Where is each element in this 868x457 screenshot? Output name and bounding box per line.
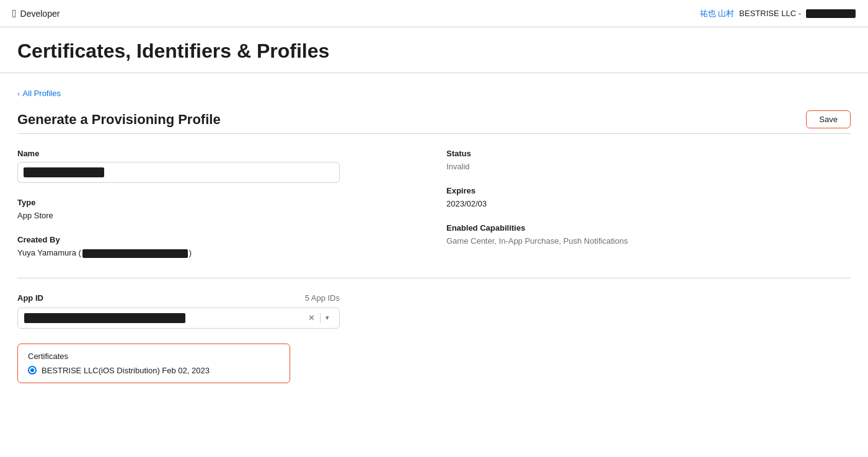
status-value: Invalid xyxy=(446,162,851,171)
radio-dot xyxy=(30,368,34,372)
app-id-select-controls: ✕ ▾ xyxy=(304,313,333,323)
chevron-left-icon: ‹ xyxy=(17,90,20,97)
capabilities-field-group: Enabled Capabilities Game Center, In-App… xyxy=(446,223,851,246)
expires-value: 2023/02/03 xyxy=(446,199,851,208)
status-label: Status xyxy=(446,149,851,158)
developer-label: Developer xyxy=(20,9,60,19)
user-name[interactable]: 祐也 山村 xyxy=(700,8,735,19)
select-divider xyxy=(320,313,321,323)
app-id-dropdown-button[interactable]: ▾ xyxy=(322,314,333,322)
created-by-field-group: Created By Yuya Yamamura () xyxy=(17,235,409,258)
breadcrumb: ‹ All Profiles xyxy=(17,88,851,98)
created-by-value: Yuya Yamamura () xyxy=(17,248,409,258)
main-content: ‹ All Profiles Generate a Provisioning P… xyxy=(0,73,868,398)
app-id-select[interactable]: ✕ ▾ xyxy=(17,308,340,329)
capabilities-value: Game Center, In-App Purchase, Push Notif… xyxy=(446,236,851,246)
save-button[interactable]: Save xyxy=(806,110,851,128)
created-by-text: Yuya Yamamura ( xyxy=(17,248,81,257)
breadcrumb-label: All Profiles xyxy=(23,89,61,98)
expires-field-group: Expires 2023/02/03 xyxy=(446,186,851,208)
certificates-label: Certificates xyxy=(28,352,280,361)
expires-label: Expires xyxy=(446,186,851,195)
name-label: Name xyxy=(17,149,409,158)
form-col-left: Name Type App Store Created By Yuya Yama… xyxy=(17,149,434,273)
app-id-header: App ID 5 App IDs xyxy=(17,293,340,303)
name-field-group: Name xyxy=(17,149,409,183)
app-id-count: 5 App IDs xyxy=(305,293,340,303)
capabilities-label: Enabled Capabilities xyxy=(446,223,851,233)
created-by-suffix: ) xyxy=(189,248,192,257)
form-grid: Name Type App Store Created By Yuya Yama… xyxy=(17,149,851,273)
section-header: Generate a Provisioning Profile Save xyxy=(17,110,851,128)
type-label: Type xyxy=(17,198,409,207)
app-id-label: App ID xyxy=(17,293,43,303)
type-field-group: Type App Store xyxy=(17,198,409,220)
company-redacted xyxy=(806,9,856,18)
divider xyxy=(17,133,851,134)
apple-logo-icon:  xyxy=(12,8,17,19)
app-id-select-value xyxy=(24,313,304,323)
top-nav-right: 祐也 山村 BESTRISE LLC - xyxy=(700,8,856,19)
created-by-label: Created By xyxy=(17,235,409,244)
app-id-clear-button[interactable]: ✕ xyxy=(304,313,319,322)
company-label: BESTRISE LLC - xyxy=(739,9,801,18)
certificate-radio[interactable] xyxy=(28,366,37,375)
section-title: Generate a Provisioning Profile xyxy=(17,112,221,128)
top-nav-left:  Developer xyxy=(12,8,60,19)
created-by-redacted xyxy=(82,249,188,258)
name-input-redacted xyxy=(24,167,104,177)
certificate-item: BESTRISE LLC(iOS Distribution) Feb 02, 2… xyxy=(28,366,280,375)
status-field-group: Status Invalid xyxy=(446,149,851,171)
app-id-redacted xyxy=(24,313,185,323)
top-nav:  Developer 祐也 山村 BESTRISE LLC - xyxy=(0,0,868,27)
page-title-bar: Certificates, Identifiers & Profiles xyxy=(0,27,868,73)
page-title: Certificates, Identifiers & Profiles xyxy=(17,40,851,63)
certificates-box: Certificates BESTRISE LLC(iOS Distributi… xyxy=(17,344,290,383)
form-col-right: Status Invalid Expires 2023/02/03 Enable… xyxy=(434,149,851,273)
certificate-name: BESTRISE LLC(iOS Distribution) Feb 02, 2… xyxy=(42,366,210,375)
all-profiles-link[interactable]: ‹ All Profiles xyxy=(17,89,61,98)
type-value: App Store xyxy=(17,211,409,220)
section-divider xyxy=(17,278,851,278)
